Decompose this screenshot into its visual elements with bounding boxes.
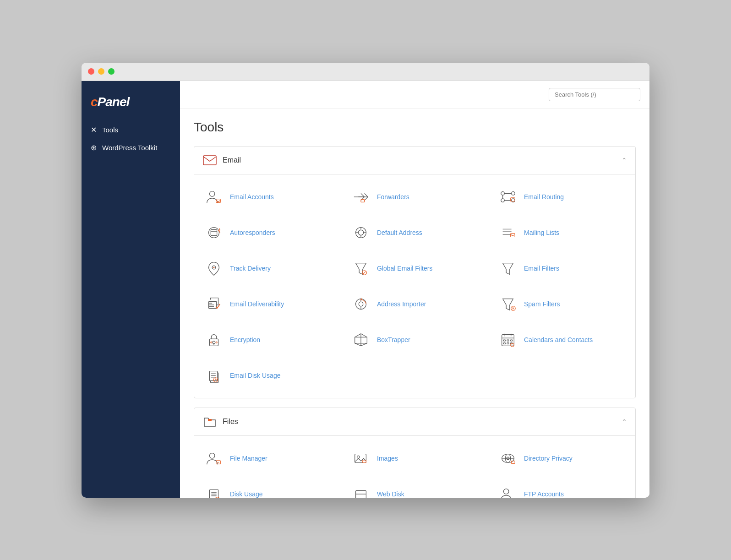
email-disk-usage-icon — [204, 366, 224, 385]
maximize-button[interactable] — [108, 68, 115, 75]
email-disk-usage-label: Email Disk Usage — [230, 372, 280, 379]
tool-ftp-accounts[interactable]: FTP FTP Accounts — [488, 476, 635, 498]
email-deliverability-icon — [204, 294, 224, 314]
tool-calendars-contacts[interactable]: Calendars and Contacts — [488, 322, 635, 358]
email-section-header[interactable]: Email ⌃ — [194, 147, 635, 174]
tool-autoresponders[interactable]: Autoresponders — [194, 215, 341, 250]
svg-marker-31 — [503, 263, 513, 274]
boxtrapper-label: BoxTrapper — [377, 336, 410, 343]
app-body: cPanel ✕ Tools ⊕ WordPress Toolkit Tools — [82, 81, 649, 498]
svg-point-44 — [213, 341, 215, 343]
encryption-icon — [204, 330, 224, 349]
page-title: Tools — [194, 120, 636, 135]
close-button[interactable] — [88, 68, 94, 75]
sidebar-item-wordpress-label: WordPress Toolkit — [102, 144, 157, 152]
tool-disk-usage[interactable]: Disk Usage — [194, 476, 341, 498]
email-section-icon — [202, 153, 217, 168]
tool-track-delivery[interactable]: Track Delivery — [194, 250, 341, 286]
address-importer-icon — [351, 294, 371, 314]
track-delivery-icon — [204, 259, 224, 278]
svg-point-94 — [504, 489, 509, 494]
svg-point-8 — [501, 198, 505, 202]
tool-forwarders[interactable]: Forwarders — [341, 179, 488, 215]
tool-email-deliverability[interactable]: Email Deliverability — [194, 286, 341, 322]
tool-file-manager[interactable]: File Manager — [194, 440, 341, 476]
page-content: Tools Email ⌃ — [180, 109, 649, 498]
svg-point-46 — [211, 342, 212, 343]
disk-usage-icon — [204, 484, 224, 498]
autoresponders-label: Autoresponders — [230, 229, 275, 236]
app-window: cPanel ✕ Tools ⊕ WordPress Toolkit Tools — [82, 63, 649, 498]
svg-rect-59 — [504, 343, 506, 344]
email-section: Email ⌃ — [194, 146, 636, 398]
email-section-label: Email — [223, 156, 241, 164]
svg-point-7 — [512, 191, 515, 195]
main-content: Tools Email ⌃ — [180, 81, 649, 498]
search-tools-input[interactable] — [549, 88, 640, 101]
email-chevron-icon: ⌃ — [622, 157, 627, 164]
email-deliverability-label: Email Deliverability — [230, 300, 284, 308]
tool-email-disk-usage[interactable]: Email Disk Usage — [194, 358, 341, 393]
mailing-lists-icon — [498, 223, 518, 242]
email-filters-label: Email Filters — [524, 265, 559, 272]
svg-point-17 — [358, 230, 363, 235]
tool-spam-filters[interactable]: Spam Filters — [488, 286, 635, 322]
spam-filters-label: Spam Filters — [524, 300, 560, 308]
email-accounts-label: Email Accounts — [230, 193, 274, 201]
svg-marker-39 — [503, 299, 513, 310]
encryption-label: Encryption — [230, 336, 260, 343]
sidebar-item-tools[interactable]: ✕ Tools — [82, 121, 180, 139]
logo: cPanel — [82, 90, 180, 121]
svg-point-71 — [210, 453, 215, 458]
ftp-accounts-icon: FTP — [498, 484, 518, 498]
wrench-icon: ✕ — [91, 125, 97, 134]
email-routing-icon — [498, 187, 518, 207]
tool-images[interactable]: Images — [341, 440, 488, 476]
files-section-header[interactable]: Files ⌃ — [194, 408, 635, 436]
cpanel-logo: cPanel — [91, 95, 171, 109]
tool-email-routing[interactable]: Email Routing — [488, 179, 635, 215]
tool-web-disk[interactable]: Web Disk — [341, 476, 488, 498]
logo-panel: Panel — [98, 95, 130, 109]
tool-default-address[interactable]: Default Address — [341, 215, 488, 250]
tool-email-filters[interactable]: Email Filters — [488, 250, 635, 286]
tool-mailing-lists[interactable]: Mailing Lists — [488, 215, 635, 250]
tool-encryption[interactable]: Encryption — [194, 322, 341, 358]
web-disk-icon — [351, 484, 371, 498]
svg-point-86 — [215, 497, 220, 497]
svg-line-30 — [363, 271, 366, 274]
svg-rect-57 — [507, 340, 509, 341]
images-icon — [351, 449, 371, 468]
tool-boxtrapper[interactable]: BoxTrapper — [341, 322, 488, 358]
tool-email-accounts[interactable]: Email Accounts — [194, 179, 341, 215]
directory-privacy-label: Directory Privacy — [524, 455, 573, 462]
sidebar: cPanel ✕ Tools ⊕ WordPress Toolkit — [82, 81, 180, 498]
svg-rect-60 — [507, 343, 509, 344]
default-address-icon — [351, 223, 371, 242]
ftp-accounts-label: FTP Accounts — [524, 490, 564, 498]
tool-address-importer[interactable]: Address Importer — [341, 286, 488, 322]
web-disk-label: Web Disk — [377, 490, 404, 498]
file-manager-icon — [204, 449, 224, 468]
files-chevron-icon: ⌃ — [622, 418, 627, 425]
svg-point-14 — [209, 227, 219, 238]
tool-directory-privacy[interactable]: Directory Privacy — [488, 440, 635, 476]
svg-point-6 — [501, 191, 505, 195]
disk-usage-label: Disk Usage — [230, 490, 263, 498]
svg-rect-82 — [210, 489, 218, 498]
spam-filters-icon — [498, 294, 518, 314]
titlebar — [82, 63, 649, 81]
files-section: Files ⌃ — [194, 408, 636, 498]
calendars-contacts-label: Calendars and Contacts — [524, 336, 593, 343]
minimize-button[interactable] — [98, 68, 104, 75]
email-tools-grid: Email Accounts — [194, 174, 635, 398]
sidebar-item-tools-label: Tools — [102, 126, 118, 134]
tool-global-email-filters[interactable]: Global Email Filters — [341, 250, 488, 286]
wordpress-icon: ⊕ — [91, 143, 97, 152]
svg-rect-0 — [203, 156, 216, 165]
sidebar-item-wordpress-toolkit[interactable]: ⊕ WordPress Toolkit — [82, 139, 180, 157]
traffic-lights — [88, 68, 115, 75]
svg-point-9 — [512, 198, 515, 202]
svg-rect-56 — [504, 340, 506, 341]
directory-privacy-icon — [498, 449, 518, 468]
